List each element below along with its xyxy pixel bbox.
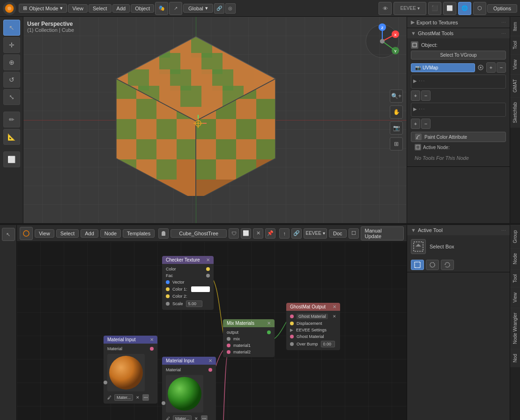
render-engine-btn[interactable]: EEVEE ▾	[394, 2, 426, 15]
select-menu[interactable]: Select	[89, 4, 111, 13]
zoom-in-icon[interactable]: 🔍+	[390, 90, 403, 103]
attr-row-2: ▶ ···	[413, 106, 425, 112]
color1-swatch[interactable]	[191, 286, 210, 292]
node-add-menu[interactable]: Add	[81, 229, 98, 238]
mat-input-2-x[interactable]: ✕	[208, 358, 212, 363]
global-dropdown[interactable]: Global▾	[183, 4, 213, 13]
uvmap-remove-button[interactable]: −	[497, 62, 506, 73]
viewport-shading-rendered[interactable]: 🌐	[458, 2, 471, 15]
mat1-dots-icon[interactable]	[142, 394, 149, 401]
node-select-tool[interactable]: ↖	[2, 228, 15, 241]
node-tab-group[interactable]: Group	[510, 225, 520, 248]
mat-input-1-x[interactable]: ✕	[150, 337, 154, 342]
snap-icon[interactable]: 🔗	[214, 3, 224, 14]
mat1-name-field[interactable]: Mater...	[114, 394, 133, 401]
tab-gmat[interactable]: GMAT	[510, 74, 520, 97]
proportional-edit-icon[interactable]: ◎	[225, 3, 236, 14]
node-render-engine[interactable]: EEVEE ▾	[304, 228, 327, 239]
cursor-tool-btn[interactable]: ✛	[3, 37, 20, 53]
remove-attr-button[interactable]: −	[421, 90, 431, 101]
grab-icon[interactable]: ✋	[390, 105, 403, 119]
viewport-3d[interactable]: User Perspective (1) Collection | Cube	[23, 17, 407, 223]
mat2-name-field[interactable]: Mater...	[173, 415, 192, 420]
rotate-tool-btn[interactable]: ↺	[3, 72, 20, 88]
view-menu[interactable]: View	[68, 4, 88, 13]
close-icon[interactable]: ✕	[253, 228, 263, 239]
svg-point-98	[147, 397, 148, 398]
select-lasso-mode-btn[interactable]	[441, 260, 454, 270]
node-tab-tool[interactable]: Tool	[510, 269, 520, 287]
node-templates-menu[interactable]: Templates	[123, 229, 155, 238]
paint-color-button[interactable]: Paint Color Attiribute	[411, 132, 506, 142]
copy-icon[interactable]: ⬜	[241, 228, 251, 239]
measure-tool-btn[interactable]: 📐	[3, 129, 20, 145]
grid-view-icon[interactable]: ⊞	[390, 137, 403, 150]
add-attr2-button[interactable]: +	[411, 119, 420, 129]
scene-icon[interactable]: 👁	[379, 2, 392, 15]
pin-icon[interactable]: 📌	[265, 228, 275, 239]
tab-item[interactable]: Item	[510, 17, 520, 36]
node-select-menu[interactable]: Select	[56, 229, 79, 238]
node-tab-view[interactable]: View	[510, 287, 520, 308]
add-attr-button[interactable]: +	[411, 90, 420, 101]
node-up-icon[interactable]: ↑	[279, 228, 290, 239]
mat2-dots-icon[interactable]	[201, 415, 208, 420]
node-tree-name[interactable]: Cube_GhostTree	[171, 229, 227, 238]
svg-point-99	[168, 377, 201, 411]
mix-x-icon[interactable]: ✕	[267, 321, 271, 326]
node-view-menu[interactable]: View	[35, 229, 54, 238]
node-editor[interactable]: View Select Add Node Templates Cube_Ghos…	[17, 225, 407, 420]
options-button[interactable]: Options	[487, 4, 517, 13]
node-canvas[interactable]: Checker Texture ✕ Color Fac Vector	[17, 242, 407, 420]
uvmap-camera-btn[interactable]	[476, 62, 485, 73]
scale-tool-btn[interactable]: ⤡	[3, 89, 20, 105]
shield-icon[interactable]: 🛡	[229, 228, 239, 239]
app-logo[interactable]	[3, 2, 16, 15]
node-node-menu[interactable]: Node	[100, 229, 121, 238]
tab-view[interactable]: View	[510, 54, 520, 75]
uvmap-field[interactable]: 📷 UVMap	[411, 63, 475, 72]
viewport-shading-material[interactable]: ⬜	[443, 2, 456, 15]
select-vgroup-button[interactable]: Select To VGroup	[411, 51, 506, 60]
over-bump-input[interactable]	[321, 341, 335, 347]
move-tool-btn[interactable]: ⊕	[3, 54, 20, 70]
viewport-overlay-btn[interactable]: 🎭	[155, 2, 168, 15]
node-snap-icon[interactable]: 🔗	[291, 228, 302, 239]
select-circle-mode-btn[interactable]	[426, 260, 439, 270]
node-tab-nod[interactable]: Nod	[510, 349, 520, 367]
annotate-tool-btn[interactable]: ✏	[3, 112, 20, 128]
tab-tool[interactable]: Tool	[510, 36, 520, 54]
node-editor-logo[interactable]	[20, 227, 33, 240]
viewport-shading-xray[interactable]: ⬡	[473, 2, 486, 15]
scale-input[interactable]	[186, 300, 202, 307]
ghostmat-x-icon[interactable]: ✕	[333, 304, 336, 309]
select-tool-btn[interactable]: ↖	[3, 20, 20, 36]
ghostmat-header[interactable]: ▼ GhostMat Tools ⋯	[407, 28, 510, 38]
active-tool-header[interactable]: ▼ Active Tool ⋯	[407, 225, 510, 235]
tab-sketchfab[interactable]: Sketchfab	[510, 97, 520, 128]
attr-dots-1: ···	[419, 78, 425, 83]
node-tab-node[interactable]: Node	[510, 248, 520, 269]
mat2-x-icon[interactable]: ✕	[194, 416, 198, 420]
node-tab-node-wrangler[interactable]: Node Wrangler	[510, 308, 520, 349]
mode-dropdown[interactable]: ⊞ Object Mode ▾	[19, 4, 67, 13]
export-header[interactable]: ▶ Export to Textures ⋯	[407, 17, 510, 28]
select-box-mode-btn[interactable]	[411, 260, 424, 270]
transform-orientation[interactable]: ↗	[169, 2, 182, 15]
node-editor-ghost-icon[interactable]	[158, 228, 169, 239]
camera-icon[interactable]: 📷	[390, 121, 403, 135]
remove-attr2-button[interactable]: −	[421, 119, 431, 129]
mat1-x-icon[interactable]: ✕	[136, 395, 140, 400]
add-menu[interactable]: Add	[112, 4, 130, 13]
node-checkbox[interactable]: ☐	[349, 228, 359, 239]
viewport-shading-solid[interactable]: ⬛	[428, 2, 441, 15]
viewport-gizmo[interactable]: Z X Y	[364, 22, 401, 60]
manual-update-button[interactable]: Manual Update	[361, 226, 404, 240]
add-cube-btn[interactable]: ⬜	[3, 151, 20, 167]
object-menu[interactable]: Object	[131, 4, 154, 13]
checker-x-icon[interactable]: ✕	[206, 257, 210, 262]
svg-text:X: X	[394, 33, 397, 37]
ghost-mat-x[interactable]: ✕	[333, 314, 336, 319]
uvmap-add-button[interactable]: +	[486, 62, 496, 73]
doc-button[interactable]: Doc	[329, 229, 347, 238]
